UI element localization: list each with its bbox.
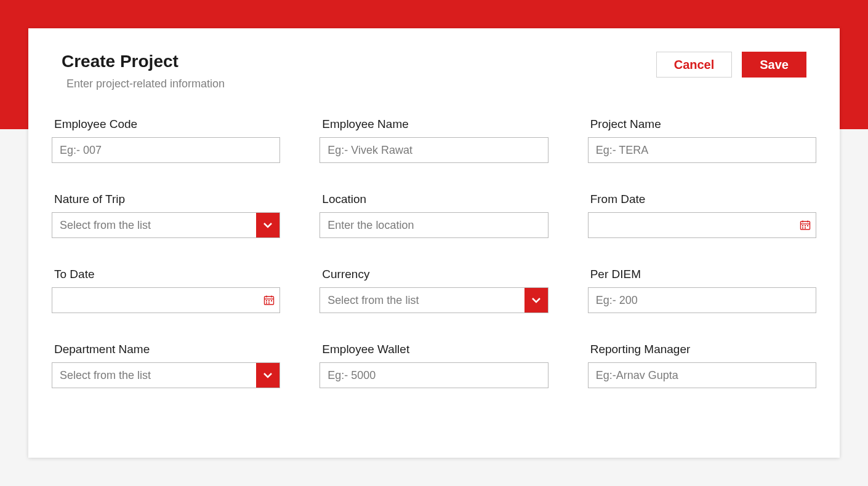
chevron-down-icon [263, 370, 273, 380]
field-reporting-manager: Reporting Manager [588, 343, 816, 388]
svg-rect-14 [268, 300, 270, 301]
label-project-name: Project Name [590, 118, 816, 131]
label-department-name: Department Name [54, 343, 280, 356]
to-date-input[interactable] [52, 288, 259, 313]
from-date-input[interactable] [589, 213, 795, 237]
nature-of-trip-dropdown-button[interactable] [256, 213, 279, 237]
control-department-name [52, 362, 280, 388]
department-name-dropdown-button[interactable] [256, 363, 279, 388]
create-project-card: Create Project Enter project-related inf… [28, 28, 840, 458]
chevron-down-icon [263, 220, 273, 230]
label-from-date: From Date [590, 193, 816, 206]
field-per-diem: Per DIEM [588, 268, 816, 313]
field-employee-code: Employee Code [52, 118, 280, 163]
label-to-date: To Date [54, 268, 280, 281]
control-from-date [588, 212, 816, 238]
currency-dropdown-button[interactable] [524, 288, 548, 313]
reporting-manager-input[interactable] [589, 363, 816, 388]
svg-rect-7 [802, 228, 803, 229]
page-subtitle: Enter project-related information [66, 78, 225, 90]
field-project-name: Project Name [588, 118, 816, 163]
control-currency [319, 287, 548, 313]
control-employee-wallet [319, 362, 548, 388]
field-employee-wallet: Employee Wallet [319, 343, 548, 388]
label-nature-of-trip: Nature of Trip [54, 193, 280, 206]
svg-rect-17 [268, 303, 270, 304]
label-location: Location [322, 193, 548, 206]
calendar-icon [800, 220, 811, 231]
control-employee-code [52, 137, 280, 163]
field-location: Location [319, 193, 548, 238]
field-from-date: From Date [588, 193, 816, 238]
svg-rect-15 [271, 300, 272, 301]
svg-rect-4 [802, 225, 803, 226]
field-employee-name: Employee Name [319, 118, 548, 163]
form-grid: Employee Code Employee Name Project Name… [28, 90, 840, 413]
svg-rect-13 [266, 300, 267, 301]
title-block: Create Project Enter project-related inf… [62, 52, 225, 90]
nature-of-trip-select[interactable] [52, 213, 256, 237]
project-name-input[interactable] [589, 138, 816, 162]
header-row: Create Project Enter project-related inf… [28, 28, 840, 90]
label-employee-wallet: Employee Wallet [322, 343, 548, 356]
control-employee-name [319, 137, 548, 163]
control-reporting-manager [588, 362, 816, 388]
cancel-button[interactable]: Cancel [656, 52, 733, 78]
chevron-down-icon [531, 295, 541, 305]
per-diem-input[interactable] [589, 288, 816, 313]
header-actions: Cancel Save [656, 52, 806, 78]
from-date-picker-button[interactable] [795, 213, 816, 237]
field-nature-of-trip: Nature of Trip [52, 193, 280, 238]
control-per-diem [588, 287, 816, 313]
control-location [319, 212, 548, 238]
label-employee-code: Employee Code [54, 118, 280, 131]
control-nature-of-trip [52, 212, 280, 238]
page-title: Create Project [62, 52, 225, 71]
svg-rect-5 [805, 225, 806, 226]
to-date-picker-button[interactable] [259, 288, 279, 313]
department-name-select[interactable] [52, 363, 256, 388]
field-department-name: Department Name [52, 343, 280, 388]
field-to-date: To Date [52, 268, 280, 313]
currency-select[interactable] [320, 288, 524, 313]
control-project-name [588, 137, 816, 163]
calendar-icon [263, 295, 275, 306]
field-currency: Currency [319, 268, 548, 313]
svg-rect-8 [805, 228, 806, 229]
control-to-date [52, 287, 280, 313]
svg-rect-16 [266, 303, 267, 304]
location-input[interactable] [320, 213, 547, 237]
save-button[interactable]: Save [742, 52, 806, 78]
label-per-diem: Per DIEM [590, 268, 816, 281]
label-employee-name: Employee Name [322, 118, 548, 131]
label-currency: Currency [322, 268, 548, 281]
employee-code-input[interactable] [52, 138, 279, 162]
employee-name-input[interactable] [320, 138, 547, 162]
label-reporting-manager: Reporting Manager [590, 343, 816, 356]
employee-wallet-input[interactable] [320, 363, 547, 388]
svg-rect-6 [807, 225, 808, 226]
